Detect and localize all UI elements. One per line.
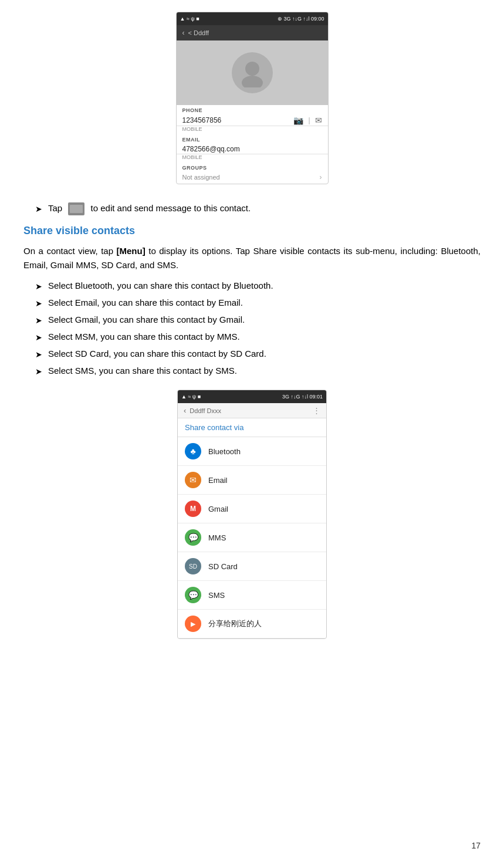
bullet-text-4: Select MSM, you can share this contact b… bbox=[48, 330, 240, 344]
message-inline-icon bbox=[68, 202, 84, 215]
message-icon: ✉ bbox=[315, 116, 322, 125]
bullet-arrow-3: ➤ bbox=[35, 315, 42, 327]
divider-icon: | bbox=[308, 116, 310, 124]
bullet-text-5: Select SD Card, you can share this conta… bbox=[48, 347, 266, 361]
share-label-email: Email bbox=[208, 476, 228, 485]
email-value: 4782566@qq.com bbox=[182, 145, 240, 153]
share-overflow-icon: ⋮ bbox=[313, 406, 320, 415]
groups-label: GROUPS bbox=[177, 163, 328, 172]
status-bottom-left: ▲ ≈ ψ ■ bbox=[181, 394, 201, 400]
groups-value: Not assigned bbox=[182, 174, 220, 181]
body-paragraph: On a contact view, tap [Menu] to display… bbox=[23, 244, 481, 272]
section-heading: Share visible contacts bbox=[23, 225, 481, 237]
share-label-recent: 分享给刚近的人 bbox=[208, 618, 262, 629]
phone-label: PHONE bbox=[177, 105, 328, 114]
share-nav-bar: ‹ Dddff Dxxx ⋮ bbox=[178, 403, 326, 418]
list-item: ➤ Select Gmail, you can share this conta… bbox=[35, 313, 481, 327]
page-number: 17 bbox=[471, 841, 481, 850]
share-nav-label: Dddff Dxxx bbox=[190, 407, 221, 414]
bullets-list: ➤ Select Bluetooth, you can share this c… bbox=[23, 279, 481, 378]
contact-info: PHONE 1234567856 📷 | ✉ MOBILE EMAIL 4782… bbox=[177, 105, 328, 184]
svg-point-0 bbox=[245, 62, 259, 76]
bluetooth-icon: ♣ bbox=[185, 443, 201, 459]
email-row: 4782566@qq.com bbox=[177, 144, 328, 154]
bullet-arrow-6: ➤ bbox=[35, 366, 42, 378]
bullet-arrow-2: ➤ bbox=[35, 298, 42, 310]
share-label-mms: MMS bbox=[208, 533, 226, 542]
contact-photo-icon: 📷 bbox=[293, 116, 303, 125]
share-label-sdcard: SD Card bbox=[208, 562, 238, 571]
bullet-text-1: Select Bluetooth, you can share this con… bbox=[48, 279, 273, 293]
bullet-arrow-5: ➤ bbox=[35, 349, 42, 361]
menu-keyword: [Menu] bbox=[117, 246, 146, 256]
sms-icon: 💬 bbox=[185, 587, 201, 603]
share-menu-item-email[interactable]: ✉ Email bbox=[178, 466, 326, 495]
share-back-arrow: ‹ bbox=[184, 406, 186, 415]
avatar-icon bbox=[238, 58, 267, 87]
gmail-icon: M bbox=[185, 501, 201, 517]
message-icon-inner bbox=[70, 205, 83, 213]
bullet-arrow-1: ➤ bbox=[35, 280, 42, 293]
nav-title: < Dddff bbox=[188, 29, 209, 36]
list-item: ➤ Select Bluetooth, you can share this c… bbox=[35, 279, 481, 293]
bullet-text-2: Select Email, you can share this contact… bbox=[48, 296, 243, 310]
groups-arrow-icon: › bbox=[320, 173, 322, 181]
status-left: ▲ ≈ ψ ■ bbox=[180, 16, 199, 22]
share-title: Share contact via bbox=[178, 418, 326, 437]
tap-text-after: to edit and send message to this contact… bbox=[91, 202, 251, 215]
share-menu-item-bluetooth[interactable]: ♣ Bluetooth bbox=[178, 437, 326, 466]
email-sub: MOBILE bbox=[177, 154, 328, 163]
share-label-bluetooth: Bluetooth bbox=[208, 447, 241, 456]
bullet-text-3: Select Gmail, you can share this contact… bbox=[48, 313, 245, 327]
contact-avatar-area bbox=[177, 40, 328, 105]
status-right: ⊕ 3G ↑↓G ↑↓l 09:00 bbox=[278, 16, 324, 22]
list-item: ➤ Select SMS, you can share this contact… bbox=[35, 364, 481, 378]
share-label-sms: SMS bbox=[208, 591, 225, 600]
share-label-gmail: Gmail bbox=[208, 505, 228, 513]
bullet-arrow: ➤ bbox=[35, 203, 42, 215]
phone-value: 1234567856 bbox=[182, 116, 222, 124]
share-menu-item-sms[interactable]: 💬 SMS bbox=[178, 581, 326, 610]
bullet-arrow-4: ➤ bbox=[35, 332, 42, 344]
list-item: ➤ Select MSM, you can share this contact… bbox=[35, 330, 481, 344]
phone-row: 1234567856 📷 | ✉ bbox=[177, 114, 328, 126]
svg-point-1 bbox=[242, 76, 263, 87]
list-item: ➤ Select SD Card, you can share this con… bbox=[35, 347, 481, 361]
email-label: EMAIL bbox=[177, 134, 328, 144]
top-phone-screenshot: ▲ ≈ ψ ■ ⊕ 3G ↑↓G ↑↓l 09:00 ‹ < Dddff PH bbox=[23, 12, 481, 184]
email-icon: ✉ bbox=[185, 472, 201, 488]
tap-instruction: ➤ Tap to edit and send message to this c… bbox=[35, 202, 481, 215]
share-menu-item-gmail[interactable]: M Gmail bbox=[178, 495, 326, 523]
groups-row: Not assigned › bbox=[177, 172, 328, 184]
sdcard-icon: SD bbox=[185, 558, 201, 574]
share-menu-item-mms[interactable]: 💬 MMS bbox=[178, 523, 326, 552]
bullet-text-6: Select SMS, you can share this contact b… bbox=[48, 364, 237, 378]
status-bottom-right: 3G ↑↓G ↑↓l 09:01 bbox=[282, 394, 323, 400]
list-item: ➤ Select Email, you can share this conta… bbox=[35, 296, 481, 310]
bottom-phone-screenshot: ▲ ≈ ψ ■ 3G ↑↓G ↑↓l 09:01 ‹ Dddff Dxxx ⋮ … bbox=[23, 390, 481, 639]
avatar bbox=[232, 52, 273, 93]
phone-sub: MOBILE bbox=[177, 126, 328, 134]
share-menu-frame: ▲ ≈ ψ ■ 3G ↑↓G ↑↓l 09:01 ‹ Dddff Dxxx ⋮ … bbox=[177, 390, 327, 639]
share-recent-icon: ▶ bbox=[185, 616, 201, 632]
status-bar-top: ▲ ≈ ψ ■ ⊕ 3G ↑↓G ↑↓l 09:00 bbox=[177, 12, 328, 25]
phone-action-icons: 📷 | ✉ bbox=[293, 116, 322, 125]
status-bar-bottom: ▲ ≈ ψ ■ 3G ↑↓G ↑↓l 09:01 bbox=[178, 390, 326, 403]
share-menu-item-share-recent[interactable]: ▶ 分享给刚近的人 bbox=[178, 610, 326, 638]
share-menu-item-sdcard[interactable]: SD SD Card bbox=[178, 552, 326, 581]
mms-icon: 💬 bbox=[185, 529, 201, 546]
nav-bar-top: ‹ < Dddff bbox=[177, 25, 328, 40]
tap-text-before: Tap bbox=[48, 202, 62, 215]
back-arrow-icon: ‹ bbox=[182, 29, 185, 37]
phone-frame-top: ▲ ≈ ψ ■ ⊕ 3G ↑↓G ↑↓l 09:00 ‹ < Dddff PH bbox=[176, 12, 329, 184]
